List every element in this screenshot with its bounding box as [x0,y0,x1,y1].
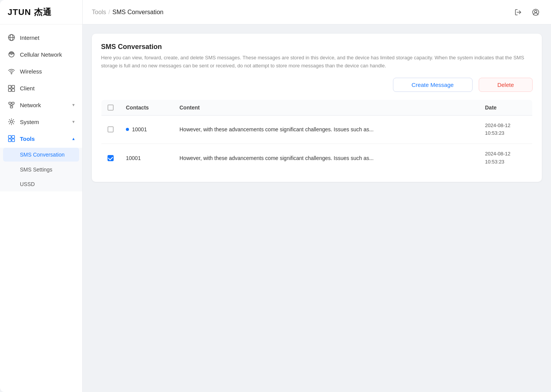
unread-indicator [126,128,129,131]
wifi-icon [8,67,15,75]
table-header-date: Date [479,100,533,115]
svg-rect-8 [8,89,11,91]
user-icon [532,8,540,16]
tools-icon [8,135,15,142]
row2-date-line2: 10:53:23 [485,158,527,166]
breadcrumb-separator: / [108,9,110,16]
ussd-label: USSD [20,181,35,187]
row1-content-cell: However, with these advancements come si… [173,115,479,144]
logout-icon [514,8,522,16]
sms-conversation-label: SMS Conversation [20,152,65,158]
svg-rect-20 [8,139,11,142]
sidebar-item-system[interactable]: System ▾ [0,113,82,130]
sidebar-subitem-ussd[interactable]: USSD [0,177,82,191]
signal-icon [8,51,15,58]
nav-items: Internet Cellular Network [0,24,82,392]
row2-date-line1: 2024-08-12 [485,150,527,158]
sidebar-item-internet[interactable]: Internet [0,29,82,46]
user-button[interactable] [530,6,542,18]
svg-rect-10 [9,102,11,104]
sidebar-subitem-sms-conversation[interactable]: SMS Conversation [3,148,79,162]
header-actions [512,6,542,18]
page-body: SMS Conversation Here you can view, forw… [83,24,551,392]
sidebar-item-internet-label: Internet [20,34,39,41]
sms-settings-label: SMS Settings [20,167,52,173]
svg-point-24 [535,10,537,13]
svg-rect-9 [12,89,15,91]
create-message-button[interactable]: Create Message [393,78,473,92]
tools-subitems: SMS Conversation SMS Settings USSD [0,148,82,191]
row2-checkbox-cell [101,144,120,173]
row2-contact-cell: 10001 [120,144,173,173]
table-header-checkbox [101,100,120,115]
logo-text: JTUN 杰通 [8,7,52,18]
select-all-checkbox[interactable] [108,105,114,111]
network-icon [8,101,15,109]
sidebar-item-network[interactable]: Network ▾ [0,96,82,113]
sidebar-item-wireless[interactable]: Wireless [0,63,82,80]
breadcrumb-parent: Tools [92,9,106,16]
svg-rect-6 [8,85,11,88]
row1-contact: 10001 [132,126,147,132]
client-icon [8,84,15,92]
row2-checkbox[interactable] [108,155,114,161]
action-row: Create Message Delete [101,78,533,92]
sidebar-item-wireless-label: Wireless [20,68,42,75]
row2-date-cell: 2024-08-12 10:53:23 [479,144,533,173]
row1-contact-cell: 10001 [120,115,173,144]
table-row: 10001 However, with these advancements c… [101,144,533,173]
main-content: Tools / SMS Conversation [83,0,551,392]
svg-rect-12 [10,106,13,108]
sidebar: JTUN 杰通 Internet [0,0,83,392]
svg-point-17 [10,121,13,123]
svg-rect-21 [12,139,15,142]
sidebar-item-cellular[interactable]: Cellular Network [0,46,82,63]
sms-table: Contacts Content Date 1 [101,100,533,173]
table-header-content: Content [173,100,479,115]
sidebar-subitem-sms-settings[interactable]: SMS Settings [0,162,82,177]
breadcrumb: Tools / SMS Conversation [92,9,163,16]
logo: JTUN 杰通 [0,0,82,24]
svg-point-4 [11,54,12,55]
svg-rect-7 [12,85,15,88]
row2-content-cell: However, with these advancements come si… [173,144,479,173]
svg-rect-18 [8,136,11,138]
sidebar-item-system-label: System [20,119,39,125]
sidebar-item-network-label: Network [20,102,41,108]
breadcrumb-current: SMS Conversation [112,9,163,16]
row1-date-line2: 10:53:23 [485,129,527,137]
sidebar-item-tools[interactable]: Tools ▴ [0,130,82,147]
logout-button[interactable] [512,6,524,18]
table-row: 10001 However, with these advancements c… [101,115,533,144]
sms-card: SMS Conversation Here you can view, forw… [92,34,542,182]
row1-checkbox-cell [101,115,120,144]
row2-contact: 10001 [126,155,141,161]
chevron-up-icon: ▴ [72,136,75,141]
delete-button[interactable]: Delete [479,78,533,92]
chevron-down-icon: ▾ [72,102,75,108]
table-header-contacts: Contacts [120,100,173,115]
globe-icon [8,34,15,41]
svg-point-5 [11,73,12,74]
sidebar-item-client-label: Client [20,85,34,91]
system-icon [8,118,15,126]
row1-date-line1: 2024-08-12 [485,122,527,130]
row1-date-cell: 2024-08-12 10:53:23 [479,115,533,144]
chevron-down-icon: ▾ [72,119,75,124]
svg-rect-11 [12,102,14,104]
header: Tools / SMS Conversation [83,0,551,24]
sidebar-item-tools-label: Tools [20,136,35,142]
card-description: Here you can view, forward, create, and … [101,54,533,70]
card-title: SMS Conversation [101,43,533,51]
svg-rect-19 [12,136,15,138]
sidebar-item-cellular-label: Cellular Network [20,51,62,58]
row1-checkbox[interactable] [108,126,114,132]
sidebar-item-client[interactable]: Client [0,80,82,96]
